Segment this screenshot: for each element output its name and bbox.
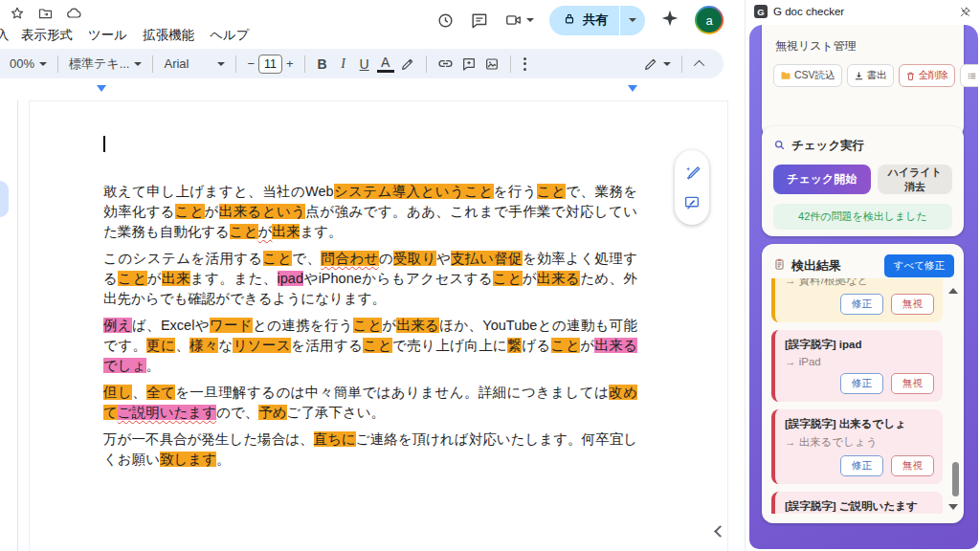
highlighted-text[interactable]: ipad [278,271,303,286]
fix-button[interactable]: 修正 [840,294,883,315]
text-segment[interactable]: ます。 [300,224,342,239]
account-avatar[interactable]: a [695,6,724,34]
start-check-button[interactable]: チェック開始 [773,165,871,194]
paragraph[interactable]: 例えば、Excelやワードとの連携を行うことが出来るほか、YouTubeとの連動… [103,316,637,376]
underline-button[interactable]: U [354,56,375,72]
highlighted-text[interactable]: 問合わせ [321,251,378,266]
highlighted-text[interactable]: 受取り [393,251,436,266]
ignore-button[interactable]: 無視 [891,455,934,476]
text-segment[interactable]: ご了承下さい。 [287,405,386,420]
text-segment[interactable]: の [379,251,393,266]
pin-icon[interactable] [959,6,971,18]
highlighted-text[interactable]: こと [537,184,566,199]
ignore-button[interactable]: 無視 [891,373,934,394]
menu-item[interactable]: 拡張機能 [135,25,202,46]
text-color-button[interactable]: A [377,55,394,73]
share-main[interactable]: 共有 [549,6,619,35]
highlighted-text[interactable]: こと [551,338,580,353]
paragraph[interactable]: このシステムを活用することで、問合わせの受取りや支払い督促を効率よく処理すること… [103,249,637,309]
gemini-sparkle-icon[interactable] [660,9,679,32]
highlighted-text[interactable]: 但し [103,385,132,400]
meet-video-icon[interactable] [503,11,534,29]
fix-button[interactable]: 修正 [840,455,883,476]
highlighted-text[interactable]: こと [363,338,391,353]
text-segment[interactable]: このシステムを活用する [103,251,263,266]
menu-item[interactable]: 入 [0,25,13,46]
highlighted-text[interactable]: こと [230,224,258,239]
text-segment[interactable]: な [218,338,233,353]
font-select[interactable]: Arial [160,56,229,71]
scroll-down-icon[interactable] [948,504,958,510]
highlight-pen-icon[interactable] [396,56,419,72]
text-segment[interactable]: を行う [494,184,537,199]
add-comment-icon[interactable] [457,56,480,72]
share-button[interactable]: 共有 [549,6,645,35]
highlighted-text[interactable]: 更に [146,338,175,353]
text-segment[interactable]: 、 [132,385,146,400]
font-size-decrease[interactable]: − [243,56,258,71]
text-segment[interactable]: を一旦理解するのは中々簡単ではありません。詳細につきましては [175,385,609,400]
version-history-icon[interactable] [436,11,455,30]
highlighted-text[interactable]: 全て [146,385,175,400]
highlighted-text[interactable]: 致します [160,452,216,467]
ignore-list-list-button[interactable]: リスト [960,64,978,87]
text-segment[interactable]: 。 [146,358,161,373]
menu-item[interactable]: 表示形式 [13,25,80,46]
text-segment[interactable]: で、 [292,251,321,266]
document-page[interactable]: 敢えて申し上げますと、当社のWebシステム導入ということを行うことで、業務を効率… [29,100,728,551]
text-segment[interactable]: 。 [216,452,231,467]
hide-menus-icon[interactable] [694,59,704,70]
highlighted-text[interactable]: ワード [210,318,253,333]
insert-link-icon[interactable] [434,55,457,72]
ignore-list-folder-button[interactable]: CSV読込 [773,64,842,87]
highlighted-text[interactable]: 出来 [162,271,190,286]
paragraph[interactable]: 但し、全てを一旦理解するのは中々簡単ではありません。詳細につきましては改めてご説… [103,383,637,423]
highlighted-text[interactable]: 出来る [537,271,580,286]
text-segment[interactable]: との連携を行う [253,318,353,333]
fix-all-button[interactable]: すべて修正 [884,254,954,277]
text-segment[interactable]: 敢えて申し上げますと、当社のWeb [103,184,334,199]
text-segment[interactable]: が [147,271,162,286]
highlighted-text[interactable]: こと [175,204,204,219]
highlighted-text[interactable]: こと [493,271,522,286]
text-segment[interactable]: が [382,318,396,333]
text-segment[interactable]: ので、 [216,405,258,420]
right-indent-marker[interactable] [628,85,637,92]
insert-image-icon[interactable] [480,56,503,72]
highlighted-text[interactable]: 様々 [189,338,218,353]
paragraph[interactable]: 万が一不具合が発生した場合は、直ちにご連絡を頂ければ対応いたします。何卒宜しくお… [103,430,637,470]
highlighted-text[interactable]: システム導入ということ [334,184,494,199]
document-tabs-handle[interactable] [0,181,9,217]
highlighted-text[interactable]: 支払い督促 [451,251,523,266]
chevron-down-icon[interactable] [526,18,534,22]
bold-button[interactable]: B [312,56,333,72]
paragraph-style-select[interactable]: 標準テキ... [65,55,145,73]
text-segment[interactable]: が [258,224,273,239]
highlighted-text[interactable]: 出来る [396,318,439,333]
highlighted-text[interactable]: 出来るという [219,204,306,219]
move-folder-icon[interactable] [37,6,54,21]
text-segment[interactable]: が [580,338,594,353]
menu-item[interactable]: ヘルプ [202,25,256,46]
help-me-write-icon[interactable] [683,164,702,182]
highlighted-text[interactable]: こと [263,251,292,266]
zoom-select[interactable]: 00% [6,56,51,71]
highlighted-text[interactable]: 予め [258,405,286,420]
ignore-button[interactable]: 無視 [891,294,934,315]
highlighted-text[interactable]: リソース [233,338,291,353]
highlighted-text[interactable]: こと [353,318,382,333]
italic-button[interactable]: I [333,56,354,72]
highlighted-text[interactable]: こと [118,271,146,286]
left-indent-marker[interactable] [97,85,106,92]
highlighted-text[interactable]: 繋 [507,338,522,353]
document-body[interactable]: 敢えて申し上げますと、当社のWebシステム導入ということを行うことで、業務を効率… [103,182,637,476]
font-size-field[interactable]: 11 [258,55,282,74]
text-segment[interactable]: ば、Excelや [132,318,210,333]
paragraph[interactable]: 敢えて申し上げますと、当社のWebシステム導入ということを行うことで、業務を効率… [103,182,637,242]
comments-icon[interactable] [470,11,488,30]
highlighted-text[interactable]: 直ちに [314,431,356,447]
text-segment[interactable]: を活用する [291,338,363,353]
highlighted-text[interactable]: 出来 [272,224,300,239]
cloud-status-icon[interactable] [66,6,82,21]
ignore-list-export-button[interactable]: 書出 [847,64,894,87]
